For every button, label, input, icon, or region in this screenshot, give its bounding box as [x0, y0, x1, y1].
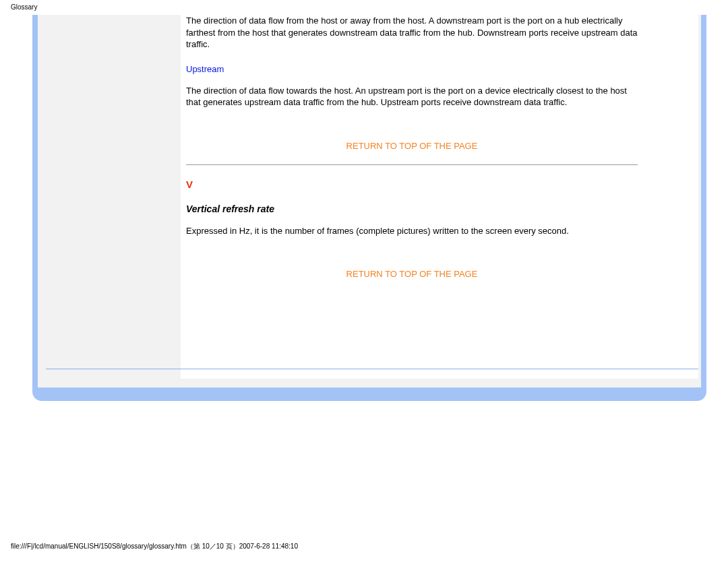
outer-frame: The direction of data flow from the host… [32, 15, 706, 401]
downstream-paragraph: The direction of data flow from the host… [186, 15, 638, 51]
section-divider [186, 164, 638, 165]
bottom-divider [46, 369, 698, 369]
inner-page: The direction of data flow from the host… [38, 15, 701, 387]
page-header-label: Glossary [11, 3, 37, 11]
upstream-term: Upstream [186, 64, 638, 74]
footer-file-path: file:///F|/lcd/manual/ENGLISH/150S8/glos… [11, 542, 298, 551]
vertical-refresh-paragraph: Expressed in Hz, it is the number of fra… [186, 225, 638, 237]
vertical-refresh-term: Vertical refresh rate [186, 204, 638, 214]
content-panel: The direction of data flow from the host… [181, 15, 698, 379]
return-to-top-link-1[interactable]: RETURN TO TOP OF THE PAGE [186, 141, 638, 151]
section-letter-v: V [186, 179, 638, 190]
upstream-paragraph: The direction of data flow towards the h… [186, 85, 638, 108]
return-to-top-link-2[interactable]: RETURN TO TOP OF THE PAGE [186, 269, 638, 279]
